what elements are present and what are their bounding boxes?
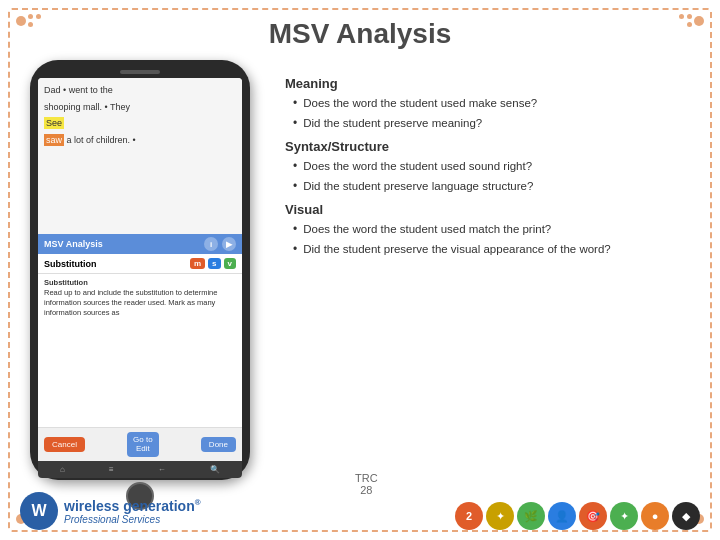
meaning-bullet-2-text: Did the student preserve meaning? bbox=[303, 115, 482, 131]
visual-section: Visual • Does the word the student used … bbox=[285, 202, 700, 257]
meaning-bullet-1: • Does the word the student used make se… bbox=[285, 95, 700, 111]
meaning-bullet-2: • Did the student preserve meaning? bbox=[285, 115, 700, 131]
highlight-saw: saw bbox=[44, 134, 64, 146]
syntax-bullet-2: • Did the student preserve language stru… bbox=[285, 178, 700, 194]
badge-black: ◆ bbox=[672, 502, 700, 530]
bullet-dot: • bbox=[293, 159, 297, 173]
badge-m: m bbox=[190, 258, 205, 269]
right-panel: Meaning • Does the word the student used… bbox=[285, 68, 700, 480]
screen-line-1: Dad • went to the bbox=[44, 84, 236, 97]
substitution-label: Substitution bbox=[44, 259, 97, 269]
nav-search[interactable]: 🔍 bbox=[210, 465, 220, 474]
goto-edit-button[interactable]: Go toEdit bbox=[127, 432, 159, 457]
wg-logo-text: wireless generation® Professional Servic… bbox=[64, 498, 201, 525]
phone-speaker bbox=[120, 70, 160, 74]
highlight-see: See bbox=[44, 117, 64, 129]
phone-nav-bar: ⌂ ≡ ← 🔍 bbox=[38, 461, 242, 478]
msv-bar-label: MSV Analysis bbox=[44, 239, 103, 249]
syntax-bullet-1-text: Does the word the student used sound rig… bbox=[303, 158, 532, 174]
info-icon[interactable]: i bbox=[204, 237, 218, 251]
screen-line-4: saw a lot of children. • bbox=[44, 134, 236, 147]
syntax-bullet-2-text: Did the student preserve language struct… bbox=[303, 178, 533, 194]
screen-text-1: Dad • went to the bbox=[44, 85, 113, 95]
badge-s: s bbox=[208, 258, 220, 269]
badge-leaf: 🌿 bbox=[517, 502, 545, 530]
meaning-bullet-1-text: Does the word the student used make sens… bbox=[303, 95, 537, 111]
screen-content: Dad • went to the shooping mall. • They … bbox=[38, 78, 242, 234]
brand-sub: Professional Services bbox=[64, 514, 201, 525]
syntax-bullet-1: • Does the word the student used sound r… bbox=[285, 158, 700, 174]
badge-star: ✦ bbox=[486, 502, 514, 530]
brand-reg: ® bbox=[195, 498, 201, 507]
sub-desc-text: Read up to and include the substitution … bbox=[44, 288, 217, 317]
screen-buttons: Cancel Go toEdit Done bbox=[38, 428, 242, 461]
visual-bullet-2-text: Did the student preserve the visual appe… bbox=[303, 241, 611, 257]
msv-analysis-bar: MSV Analysis i ▶ bbox=[38, 234, 242, 254]
bullet-dot: • bbox=[293, 179, 297, 193]
meaning-section: Meaning • Does the word the student used… bbox=[285, 76, 700, 131]
phone-mockup: Dad • went to the shooping mall. • They … bbox=[30, 60, 270, 490]
bullet-dot: • bbox=[293, 242, 297, 256]
bullet-dot: • bbox=[293, 116, 297, 130]
phone-speaker-area bbox=[38, 70, 242, 74]
badge-target: 🎯 bbox=[579, 502, 607, 530]
wg-logo-circle: W bbox=[20, 492, 58, 530]
trc-label: TRC 28 bbox=[355, 472, 378, 496]
page-title: MSV Analysis bbox=[0, 18, 720, 50]
visual-bullet-2: • Did the student preserve the visual ap… bbox=[285, 241, 700, 257]
badge-2: 2 bbox=[455, 502, 483, 530]
bullet-dot: • bbox=[293, 222, 297, 236]
substitution-description: Substitution Read up to and include the … bbox=[38, 274, 242, 427]
trc-number: 28 bbox=[355, 484, 378, 496]
badge-person: 👤 bbox=[548, 502, 576, 530]
sub-title: Substitution bbox=[44, 278, 88, 287]
footer-left: W wireless generation® Professional Serv… bbox=[20, 492, 201, 530]
badge-v: v bbox=[224, 258, 236, 269]
screen-line-2: shooping mall. • They bbox=[44, 101, 236, 114]
bullet-dot: • bbox=[293, 96, 297, 110]
badge-green-star: ✦ bbox=[610, 502, 638, 530]
meaning-label: Meaning bbox=[285, 76, 700, 91]
forward-icon[interactable]: ▶ bbox=[222, 237, 236, 251]
footer-right: 2 ✦ 🌿 👤 🎯 ✦ ● ◆ bbox=[455, 502, 700, 530]
phone-screen: Dad • went to the shooping mall. • They … bbox=[38, 78, 242, 478]
brand-name: wireless generation® bbox=[64, 498, 201, 514]
screen-text-2: shooping mall. • They bbox=[44, 102, 130, 112]
nav-menu[interactable]: ≡ bbox=[109, 465, 114, 474]
substitution-row: Substitution m s v bbox=[38, 254, 242, 274]
visual-bullet-1: • Does the word the student used match t… bbox=[285, 221, 700, 237]
nav-home[interactable]: ⌂ bbox=[60, 465, 65, 474]
screen-text-3: a lot of children. • bbox=[67, 135, 136, 145]
screen-line-3: See bbox=[44, 117, 236, 130]
phone-shell: Dad • went to the shooping mall. • They … bbox=[30, 60, 250, 480]
nav-back[interactable]: ← bbox=[158, 465, 166, 474]
msv-badges: m s v bbox=[190, 258, 236, 269]
visual-label: Visual bbox=[285, 202, 700, 217]
cancel-button[interactable]: Cancel bbox=[44, 437, 85, 452]
done-button[interactable]: Done bbox=[201, 437, 236, 452]
badge-orange: ● bbox=[641, 502, 669, 530]
syntax-section: Syntax/Structure • Does the word the stu… bbox=[285, 139, 700, 194]
syntax-label: Syntax/Structure bbox=[285, 139, 700, 154]
trc-text: TRC bbox=[355, 472, 378, 484]
visual-bullet-1-text: Does the word the student used match the… bbox=[303, 221, 551, 237]
msv-bar-icons: i ▶ bbox=[204, 237, 236, 251]
